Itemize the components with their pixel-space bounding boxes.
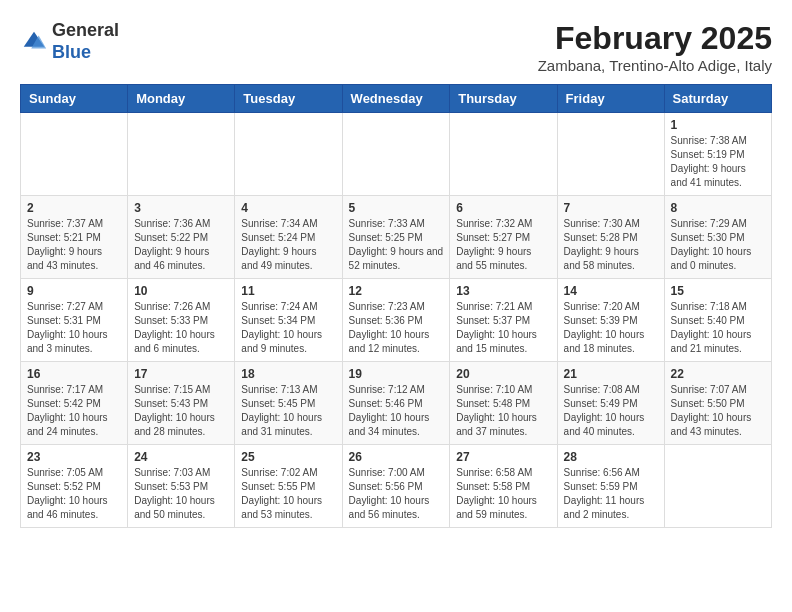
day-info: Sunrise: 7:21 AMSunset: 5:37 PMDaylight:… xyxy=(456,300,550,356)
calendar-cell: 14Sunrise: 7:20 AMSunset: 5:39 PMDayligh… xyxy=(557,279,664,362)
calendar-cell: 4Sunrise: 7:34 AMSunset: 5:24 PMDaylight… xyxy=(235,196,342,279)
day-number: 5 xyxy=(349,201,444,215)
calendar-header-row: SundayMondayTuesdayWednesdayThursdayFrid… xyxy=(21,85,772,113)
day-info: Sunrise: 7:08 AMSunset: 5:49 PMDaylight:… xyxy=(564,383,658,439)
calendar-cell xyxy=(235,113,342,196)
day-number: 11 xyxy=(241,284,335,298)
day-info: Sunrise: 7:27 AMSunset: 5:31 PMDaylight:… xyxy=(27,300,121,356)
day-number: 12 xyxy=(349,284,444,298)
calendar-cell: 25Sunrise: 7:02 AMSunset: 5:55 PMDayligh… xyxy=(235,445,342,528)
day-info: Sunrise: 7:07 AMSunset: 5:50 PMDaylight:… xyxy=(671,383,765,439)
day-number: 26 xyxy=(349,450,444,464)
day-number: 9 xyxy=(27,284,121,298)
logo-blue: Blue xyxy=(52,42,91,62)
calendar-week-row: 23Sunrise: 7:05 AMSunset: 5:52 PMDayligh… xyxy=(21,445,772,528)
calendar-week-row: 16Sunrise: 7:17 AMSunset: 5:42 PMDayligh… xyxy=(21,362,772,445)
calendar-cell: 23Sunrise: 7:05 AMSunset: 5:52 PMDayligh… xyxy=(21,445,128,528)
day-info: Sunrise: 7:12 AMSunset: 5:46 PMDaylight:… xyxy=(349,383,444,439)
calendar-cell: 11Sunrise: 7:24 AMSunset: 5:34 PMDayligh… xyxy=(235,279,342,362)
logo-icon xyxy=(20,28,48,56)
calendar-cell: 5Sunrise: 7:33 AMSunset: 5:25 PMDaylight… xyxy=(342,196,450,279)
calendar-cell: 19Sunrise: 7:12 AMSunset: 5:46 PMDayligh… xyxy=(342,362,450,445)
calendar-cell: 18Sunrise: 7:13 AMSunset: 5:45 PMDayligh… xyxy=(235,362,342,445)
day-info: Sunrise: 7:36 AMSunset: 5:22 PMDaylight:… xyxy=(134,217,228,273)
calendar-cell: 24Sunrise: 7:03 AMSunset: 5:53 PMDayligh… xyxy=(128,445,235,528)
calendar-cell xyxy=(450,113,557,196)
logo-text: General Blue xyxy=(52,20,119,63)
calendar-day-header: Monday xyxy=(128,85,235,113)
calendar-cell: 15Sunrise: 7:18 AMSunset: 5:40 PMDayligh… xyxy=(664,279,771,362)
day-number: 4 xyxy=(241,201,335,215)
day-number: 24 xyxy=(134,450,228,464)
calendar-day-header: Friday xyxy=(557,85,664,113)
day-number: 16 xyxy=(27,367,121,381)
day-info: Sunrise: 7:05 AMSunset: 5:52 PMDaylight:… xyxy=(27,466,121,522)
day-number: 20 xyxy=(456,367,550,381)
calendar-cell: 9Sunrise: 7:27 AMSunset: 5:31 PMDaylight… xyxy=(21,279,128,362)
calendar-cell: 16Sunrise: 7:17 AMSunset: 5:42 PMDayligh… xyxy=(21,362,128,445)
day-info: Sunrise: 6:58 AMSunset: 5:58 PMDaylight:… xyxy=(456,466,550,522)
day-info: Sunrise: 7:00 AMSunset: 5:56 PMDaylight:… xyxy=(349,466,444,522)
calendar-table: SundayMondayTuesdayWednesdayThursdayFrid… xyxy=(20,84,772,528)
day-number: 1 xyxy=(671,118,765,132)
day-number: 28 xyxy=(564,450,658,464)
calendar-week-row: 9Sunrise: 7:27 AMSunset: 5:31 PMDaylight… xyxy=(21,279,772,362)
calendar-cell: 17Sunrise: 7:15 AMSunset: 5:43 PMDayligh… xyxy=(128,362,235,445)
calendar-cell xyxy=(21,113,128,196)
day-info: Sunrise: 7:29 AMSunset: 5:30 PMDaylight:… xyxy=(671,217,765,273)
day-number: 22 xyxy=(671,367,765,381)
day-number: 6 xyxy=(456,201,550,215)
title-block: February 2025 Zambana, Trentino-Alto Adi… xyxy=(538,20,772,74)
day-info: Sunrise: 7:37 AMSunset: 5:21 PMDaylight:… xyxy=(27,217,121,273)
calendar-cell xyxy=(342,113,450,196)
calendar-cell: 22Sunrise: 7:07 AMSunset: 5:50 PMDayligh… xyxy=(664,362,771,445)
calendar-cell: 26Sunrise: 7:00 AMSunset: 5:56 PMDayligh… xyxy=(342,445,450,528)
day-info: Sunrise: 7:26 AMSunset: 5:33 PMDaylight:… xyxy=(134,300,228,356)
calendar-cell: 10Sunrise: 7:26 AMSunset: 5:33 PMDayligh… xyxy=(128,279,235,362)
calendar-day-header: Tuesday xyxy=(235,85,342,113)
day-number: 25 xyxy=(241,450,335,464)
day-number: 19 xyxy=(349,367,444,381)
day-number: 18 xyxy=(241,367,335,381)
day-info: Sunrise: 7:10 AMSunset: 5:48 PMDaylight:… xyxy=(456,383,550,439)
month-title: February 2025 xyxy=(538,20,772,57)
calendar-cell: 1Sunrise: 7:38 AMSunset: 5:19 PMDaylight… xyxy=(664,113,771,196)
calendar-cell: 21Sunrise: 7:08 AMSunset: 5:49 PMDayligh… xyxy=(557,362,664,445)
calendar-cell xyxy=(557,113,664,196)
day-info: Sunrise: 7:34 AMSunset: 5:24 PMDaylight:… xyxy=(241,217,335,273)
day-info: Sunrise: 7:24 AMSunset: 5:34 PMDaylight:… xyxy=(241,300,335,356)
calendar-cell: 13Sunrise: 7:21 AMSunset: 5:37 PMDayligh… xyxy=(450,279,557,362)
calendar-day-header: Sunday xyxy=(21,85,128,113)
day-number: 23 xyxy=(27,450,121,464)
calendar-cell: 28Sunrise: 6:56 AMSunset: 5:59 PMDayligh… xyxy=(557,445,664,528)
calendar-cell xyxy=(128,113,235,196)
calendar-week-row: 1Sunrise: 7:38 AMSunset: 5:19 PMDaylight… xyxy=(21,113,772,196)
day-number: 14 xyxy=(564,284,658,298)
day-info: Sunrise: 7:33 AMSunset: 5:25 PMDaylight:… xyxy=(349,217,444,273)
day-info: Sunrise: 7:38 AMSunset: 5:19 PMDaylight:… xyxy=(671,134,765,190)
day-info: Sunrise: 7:18 AMSunset: 5:40 PMDaylight:… xyxy=(671,300,765,356)
day-info: Sunrise: 7:30 AMSunset: 5:28 PMDaylight:… xyxy=(564,217,658,273)
day-number: 2 xyxy=(27,201,121,215)
day-number: 21 xyxy=(564,367,658,381)
calendar-cell: 8Sunrise: 7:29 AMSunset: 5:30 PMDaylight… xyxy=(664,196,771,279)
day-number: 27 xyxy=(456,450,550,464)
day-number: 10 xyxy=(134,284,228,298)
page-header: General Blue February 2025 Zambana, Tren… xyxy=(20,20,772,74)
day-number: 17 xyxy=(134,367,228,381)
day-info: Sunrise: 7:17 AMSunset: 5:42 PMDaylight:… xyxy=(27,383,121,439)
calendar-day-header: Saturday xyxy=(664,85,771,113)
calendar-week-row: 2Sunrise: 7:37 AMSunset: 5:21 PMDaylight… xyxy=(21,196,772,279)
calendar-day-header: Wednesday xyxy=(342,85,450,113)
day-number: 8 xyxy=(671,201,765,215)
day-info: Sunrise: 7:20 AMSunset: 5:39 PMDaylight:… xyxy=(564,300,658,356)
calendar-cell: 12Sunrise: 7:23 AMSunset: 5:36 PMDayligh… xyxy=(342,279,450,362)
day-number: 7 xyxy=(564,201,658,215)
day-info: Sunrise: 7:03 AMSunset: 5:53 PMDaylight:… xyxy=(134,466,228,522)
logo-general: General xyxy=(52,20,119,40)
day-info: Sunrise: 7:32 AMSunset: 5:27 PMDaylight:… xyxy=(456,217,550,273)
day-info: Sunrise: 7:02 AMSunset: 5:55 PMDaylight:… xyxy=(241,466,335,522)
calendar-cell: 20Sunrise: 7:10 AMSunset: 5:48 PMDayligh… xyxy=(450,362,557,445)
day-number: 13 xyxy=(456,284,550,298)
calendar-day-header: Thursday xyxy=(450,85,557,113)
